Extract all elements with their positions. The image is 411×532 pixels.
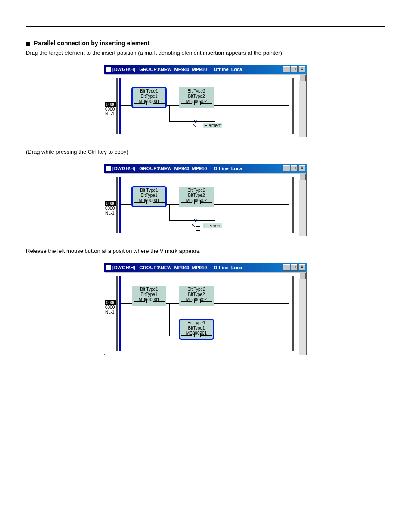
window-title: [DWGH\H] GROUP1\NEW MP940 MP910 Offline … xyxy=(112,166,243,171)
square-bullet-icon xyxy=(26,42,30,46)
copy-plus-icon: + xyxy=(196,226,200,231)
minimize-button[interactable]: _ xyxy=(283,264,290,271)
wire xyxy=(215,105,215,122)
rung-address: 0000 0000 NL-1 xyxy=(105,201,118,215)
vertical-scrollbar[interactable] xyxy=(299,75,306,137)
wire xyxy=(214,204,289,205)
ladder-canvas[interactable]: 0000 0000 NL-1 Bit Type1 BitType1 MB0000… xyxy=(105,174,306,236)
minimize-button[interactable]: _ xyxy=(283,66,290,72)
nest-level: NL-1 xyxy=(105,211,115,215)
elem-label-2: BitType1 xyxy=(132,94,166,99)
window-titlebar[interactable]: [DWGH\H] GROUP1\NEW MP940 MP910 Offline … xyxy=(104,65,307,74)
elem-label-2: BitType2 xyxy=(179,94,214,99)
maximize-button[interactable]: □ xyxy=(291,264,298,271)
wire xyxy=(120,204,132,205)
wire xyxy=(214,336,215,336)
rung-marker xyxy=(119,78,121,134)
wire xyxy=(215,303,215,336)
nest-level: NL-1 xyxy=(105,112,115,116)
rung-marker xyxy=(119,177,121,233)
elem-label-1: Bit Type1 xyxy=(132,188,166,193)
window-title: [DWGH\H] GROUP1\NEW MP940 MP910 Offline … xyxy=(112,67,243,72)
cursor-icon: ↖ xyxy=(192,122,197,128)
window-titlebar[interactable]: [DWGH\H] GROUP1\NEW MP940 MP910 Offline … xyxy=(104,164,307,173)
app-icon xyxy=(106,265,111,270)
addr-tag: 0000 xyxy=(105,102,116,107)
elem-label-2: BitType2 xyxy=(179,193,214,198)
scroll-up-button[interactable] xyxy=(299,273,306,279)
wire xyxy=(215,204,215,221)
ladder-window: [DWGH\H] GROUP1\NEW MP940 MP910 Offline … xyxy=(104,65,307,137)
app-icon xyxy=(106,67,111,72)
drag-tooltip: Element xyxy=(203,123,222,128)
elem-label-2: BitType2 xyxy=(179,292,214,297)
close-button[interactable]: × xyxy=(299,66,305,72)
power-rail-right xyxy=(292,177,294,233)
elem-label-1: Bit Type1 xyxy=(179,320,214,326)
wire xyxy=(169,105,170,122)
window-title: [DWGH\H] GROUP1\NEW MP940 MP910 Offline … xyxy=(112,265,243,270)
addr-line2: 0000 xyxy=(105,206,115,211)
rung-marker xyxy=(119,276,121,351)
power-rail-right xyxy=(292,276,294,351)
app-icon xyxy=(106,166,111,171)
contact-element[interactable]: Bit Type2 BitType2 MB000002 xyxy=(179,87,214,108)
contact-element[interactable]: Bit Type1 BitType1 MB000001 xyxy=(132,87,166,108)
caption-3: Release the left mouse button at a posit… xyxy=(26,247,336,255)
minimize-button[interactable]: _ xyxy=(283,165,290,171)
elem-label-2: BitType1 xyxy=(179,326,214,331)
addr-tag: 0000 xyxy=(105,300,116,305)
power-rail-right xyxy=(292,78,294,134)
section-title: Parallel connection by inserting element xyxy=(34,40,149,47)
window-titlebar[interactable]: [DWGH\H] GROUP1\NEW MP940 MP910 Offline … xyxy=(104,263,307,272)
wire xyxy=(166,204,179,205)
elem-label-2: BitType1 xyxy=(132,292,166,297)
close-button[interactable]: × xyxy=(299,264,305,271)
caption-1: Drag the target element to the insert po… xyxy=(26,49,336,57)
wire xyxy=(169,303,170,336)
vertical-scrollbar[interactable] xyxy=(299,174,306,236)
drag-tooltip: Element xyxy=(203,223,222,228)
nest-level: NL-1 xyxy=(105,310,115,314)
contact-element[interactable]: Bit Type2 BitType2 MB000002 xyxy=(179,286,214,306)
wire xyxy=(120,303,132,304)
elem-label-1: Bit Type2 xyxy=(179,188,214,193)
page-rule xyxy=(26,26,385,27)
caption-2: (Drag while pressing the Ctrl key to cop… xyxy=(26,148,336,156)
maximize-button[interactable]: □ xyxy=(291,66,298,72)
elem-label-1: Bit Type1 xyxy=(132,287,166,292)
contact-element[interactable]: Bit Type1 BitType1 MB000001 xyxy=(132,187,166,207)
wire xyxy=(214,105,289,106)
ladder-window: [DWGH\H] GROUP1\NEW MP940 MP910 Offline … xyxy=(104,263,307,355)
addr-line2: 0000 xyxy=(105,305,115,310)
elem-label-1: Bit Type1 xyxy=(132,89,166,94)
close-button[interactable]: × xyxy=(299,165,305,171)
addr-line2: 0000 xyxy=(105,107,115,112)
wire xyxy=(169,220,215,221)
ladder-canvas[interactable]: 0000 0000 NL-1 Bit Type1 BitType1 MB0000… xyxy=(105,75,306,137)
elem-label-2: BitType1 xyxy=(132,193,166,198)
addr-tag: 0000 xyxy=(105,201,116,206)
vertical-scrollbar[interactable] xyxy=(299,273,306,355)
ladder-canvas[interactable]: 0000 0000 NL-1 Bit Type1 BitType1 MB0000… xyxy=(105,273,306,355)
contact-element[interactable]: Bit Type1 BitType1 MB000001 xyxy=(179,319,214,339)
wire xyxy=(169,204,170,221)
wire xyxy=(214,303,289,304)
scroll-up-button[interactable] xyxy=(299,174,306,180)
rung-address: 0000 0000 NL-1 xyxy=(105,102,118,116)
elem-label-1: Bit Type2 xyxy=(179,287,214,292)
wire xyxy=(120,105,132,106)
maximize-button[interactable]: □ xyxy=(291,165,298,171)
wire xyxy=(166,303,179,304)
wire xyxy=(166,105,179,106)
elem-label-1: Bit Type2 xyxy=(179,89,214,94)
wire xyxy=(169,336,179,336)
contact-element[interactable]: Bit Type1 BitType1 MB000001 xyxy=(132,286,166,306)
contact-element[interactable]: Bit Type2 BitType2 MB000002 xyxy=(179,187,214,207)
rung-address: 0000 0000 NL-1 xyxy=(105,300,118,314)
ladder-window: [DWGH\H] GROUP1\NEW MP940 MP910 Offline … xyxy=(104,164,307,236)
section-heading: Parallel connection by inserting element xyxy=(26,40,385,47)
scroll-up-button[interactable] xyxy=(299,75,306,81)
